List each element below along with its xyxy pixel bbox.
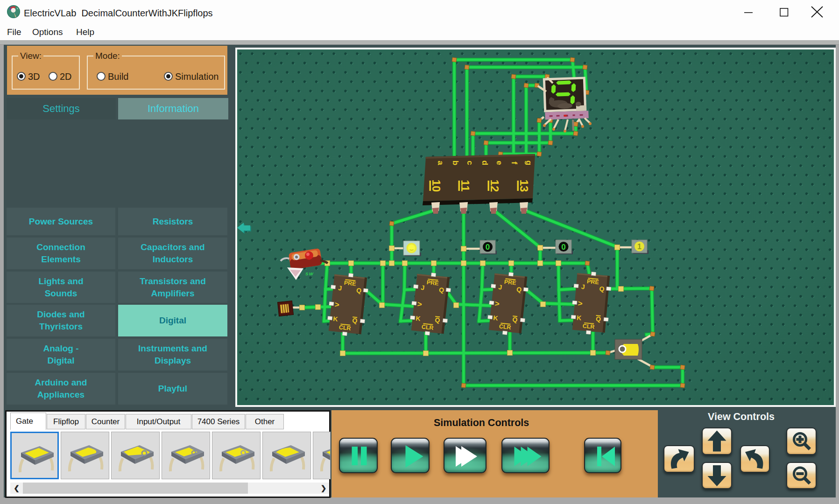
svg-text:f: f (510, 161, 519, 164)
svg-text:K: K (493, 314, 499, 322)
svg-text:g: g (524, 161, 533, 165)
svg-text:J: J (421, 284, 425, 292)
svg-text:Q: Q (599, 285, 605, 293)
svg-text:0: 0 (561, 243, 565, 252)
svg-text:Q: Q (356, 287, 362, 294)
svg-text:K: K (333, 315, 338, 323)
svg-text:K: K (576, 314, 581, 322)
svg-text:>: > (494, 299, 500, 308)
svg-text:11: 11 (459, 180, 472, 191)
svg-text:>: > (578, 299, 583, 308)
svg-text:c: c (465, 161, 474, 165)
svg-text:a: a (436, 161, 445, 165)
svg-text:Q: Q (516, 286, 522, 294)
svg-text:J: J (581, 283, 585, 291)
svg-text:13: 13 (518, 180, 530, 192)
svg-text:12: 12 (488, 180, 501, 192)
svg-text:>: > (417, 300, 423, 309)
svg-text:d: d (480, 161, 489, 165)
svg-text:b: b (451, 161, 460, 165)
svg-text:J: J (338, 284, 342, 292)
svg-text:10: 10 (430, 180, 443, 192)
svg-text:K: K (416, 315, 421, 322)
svg-text:SW: SW (305, 271, 314, 276)
svg-text:Q: Q (438, 286, 444, 294)
svg-text:>: > (334, 300, 340, 309)
svg-text:e: e (495, 161, 504, 165)
svg-text:1: 1 (637, 243, 642, 251)
svg-text:J: J (498, 283, 502, 291)
svg-text:0: 0 (486, 243, 490, 252)
